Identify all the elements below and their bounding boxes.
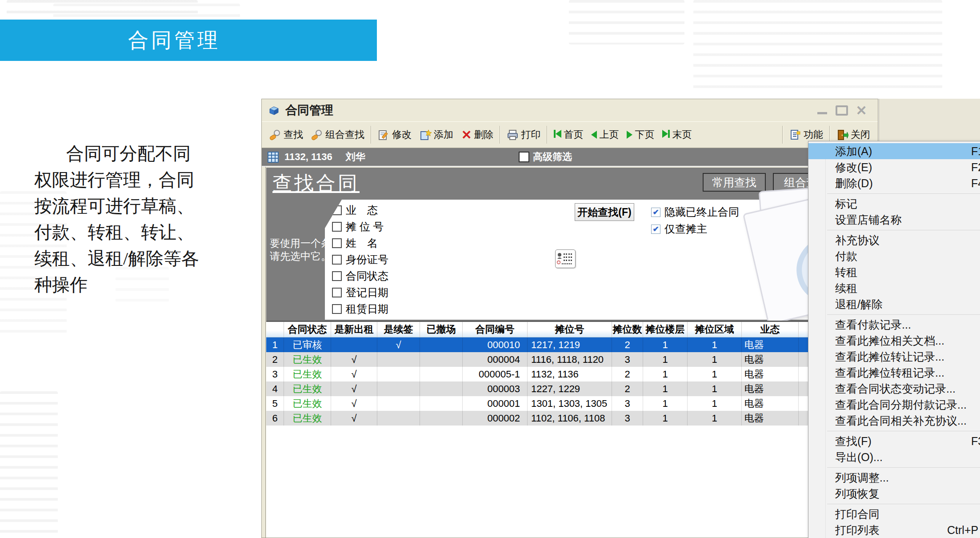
- menu-item-view-payment-records[interactable]: 查看付款记录...: [808, 317, 980, 333]
- checkbox-unchecked: [332, 255, 342, 265]
- modify-button[interactable]: 修改: [374, 124, 416, 145]
- last-page-button[interactable]: 末页: [658, 124, 696, 145]
- menu-item-renew-lease[interactable]: 续租: [808, 280, 980, 296]
- id-card-reader-button[interactable]: [555, 249, 576, 268]
- table-row[interactable]: 5 已生效 √ 000001 1301, 1303, 1305 3 1 1 电器: [266, 396, 875, 411]
- menu-separator: [808, 228, 980, 232]
- advanced-filter-checkbox[interactable]: 高级筛选: [519, 150, 572, 164]
- criterion-lease-date[interactable]: 租赁日期: [332, 302, 388, 316]
- app-window: 合同管理 ✕ 查找 组合查找: [261, 99, 878, 538]
- description-line: 续租、退租/解除等各: [34, 245, 265, 272]
- prev-page-button[interactable]: 上页: [587, 124, 623, 145]
- window-icon: [268, 104, 280, 116]
- query-heading: 查找合同: [272, 170, 360, 197]
- menu-item-view-supplement-agreements[interactable]: 查看此合同相关补充协议...: [808, 413, 980, 429]
- col-header-contract-no[interactable]: 合同编号: [463, 322, 528, 337]
- menu-item-payment[interactable]: 付款: [808, 248, 980, 264]
- description-line: 付款、转租、转让、: [34, 219, 265, 245]
- col-header-rownum[interactable]: [266, 322, 284, 337]
- table-row[interactable]: 6 已生效 √ 000002 1102, 1106, 1108 3 1 1 电器: [266, 411, 875, 426]
- menu-item-set-shop-name[interactable]: 设置店铺名称: [808, 212, 980, 228]
- menu-item-column-adjust[interactable]: 列项调整...: [808, 470, 980, 486]
- menu-item-print-contract[interactable]: 打印合同: [808, 506, 980, 522]
- owner-only-checkbox[interactable]: 仅查摊主: [651, 222, 707, 236]
- checkbox-unchecked: [332, 304, 342, 314]
- delete-button[interactable]: ✕ 删除: [457, 124, 497, 145]
- checkbox-checked: [651, 208, 660, 217]
- table-body: 1 已审核 √ 000010 1217, 1219 2 1 1 电器 2 已生效…: [266, 337, 875, 426]
- prev-page-icon: [591, 131, 597, 139]
- window-title: 合同管理: [285, 102, 333, 118]
- edit-icon: [378, 129, 390, 141]
- window-left-edge: [265, 148, 266, 538]
- col-header-zone[interactable]: 摊位区域: [688, 322, 742, 337]
- menu-item-modify[interactable]: 修改(E) F2: [808, 159, 980, 175]
- checkbox-unchecked: [519, 152, 529, 162]
- criterion-id-number[interactable]: 身份证号: [332, 253, 388, 267]
- delete-x-icon: ✕: [461, 129, 472, 141]
- minimize-button[interactable]: [816, 104, 829, 116]
- menu-item-view-stall-documents[interactable]: 查看此摊位相关文档...: [808, 333, 980, 349]
- menu-item-sublet[interactable]: 转租: [808, 264, 980, 280]
- col-header-vacated[interactable]: 已撤场: [420, 322, 463, 337]
- toolbar-separator: [500, 126, 500, 144]
- col-header-business[interactable]: 业态: [742, 322, 799, 337]
- table-empty-area: [266, 426, 876, 538]
- table-row[interactable]: 1 已审核 √ 000010 1217, 1219 2 1 1 电器: [266, 337, 875, 352]
- col-header-status[interactable]: 合同状态: [284, 322, 331, 337]
- menu-item-column-restore[interactable]: 列项恢复: [808, 486, 980, 502]
- menu-separator: [808, 191, 980, 196]
- menu-item-view-installment-records[interactable]: 查看此合同分期付款记录...: [808, 397, 980, 413]
- exit-door-icon: [836, 129, 848, 141]
- menu-item-export[interactable]: 导出(O)...: [808, 449, 980, 465]
- menu-separator: [808, 465, 980, 470]
- menu-item-find[interactable]: 查找(F) F3: [808, 433, 980, 449]
- criterion-business-type[interactable]: 业 态: [332, 203, 378, 217]
- table-row[interactable]: 2 已生效 √ 000004 1116, 1118, 1120 3 1 1 电器: [266, 352, 875, 367]
- print-button[interactable]: 打印: [503, 124, 544, 145]
- criterion-stall-number[interactable]: 摊 位 号: [332, 220, 384, 234]
- table-row[interactable]: 4 已生效 √ 000003 1227, 1229 2 1 1 电器: [266, 381, 875, 396]
- hide-terminated-checkbox[interactable]: 隐藏已终止合同: [651, 205, 739, 219]
- last-page-icon: [662, 129, 670, 141]
- close-button[interactable]: ✕: [855, 104, 868, 116]
- menu-item-mark[interactable]: 标记: [808, 196, 980, 212]
- menu-item-delete[interactable]: 删除(D) F4: [808, 175, 980, 191]
- menu-item-view-transfer-records[interactable]: 查看此摊位转让记录...: [808, 349, 980, 365]
- maximize-button[interactable]: [835, 104, 848, 116]
- col-header-stall-count[interactable]: 摊位数: [612, 322, 643, 337]
- window-titlebar: 合同管理 ✕: [262, 99, 878, 121]
- col-header-new-rent[interactable]: 是新出租: [331, 322, 377, 337]
- col-header-renewal[interactable]: 是续签: [377, 322, 420, 337]
- checkbox-unchecked: [332, 288, 342, 297]
- checkbox-unchecked: [332, 238, 342, 248]
- query-panel: 查找合同 常用查找 组合查找 要使用一个条件项， 请先选中它。 业 态 摊 位 …: [266, 168, 876, 321]
- menu-item-view-sublet-records[interactable]: 查看此摊位转租记录...: [808, 365, 980, 381]
- table-row[interactable]: 3 已生效 √ 000005-1 1132, 1136 2 1 1 电器: [266, 367, 875, 381]
- clipboard-icon: [789, 129, 801, 141]
- first-page-button[interactable]: 首页: [550, 124, 587, 145]
- menu-item-add[interactable]: 添加(A) F1: [808, 143, 980, 159]
- background-pattern: [569, 0, 684, 44]
- next-page-icon: [627, 131, 632, 139]
- next-page-button[interactable]: 下页: [623, 124, 658, 145]
- col-header-stall-no[interactable]: 摊位号: [528, 322, 612, 337]
- menu-item-supplement-agreement[interactable]: 补充协议: [808, 232, 980, 248]
- toolbar-separator: [782, 126, 783, 144]
- criterion-name[interactable]: 姓 名: [332, 236, 378, 250]
- add-button[interactable]: 添加: [416, 124, 457, 145]
- col-header-floor[interactable]: 摊位楼层: [643, 322, 688, 337]
- criterion-register-date[interactable]: 登记日期: [332, 285, 388, 300]
- background-pattern: [693, 0, 942, 93]
- combo-find-button[interactable]: 组合查找: [307, 124, 368, 145]
- menu-item-view-status-changes[interactable]: 查看合同状态变动记录...: [808, 381, 980, 397]
- find-button[interactable]: 查找: [265, 124, 307, 145]
- start-search-button[interactable]: 开始查找(F): [575, 203, 634, 221]
- table-header: 合同状态 是新出租 是续签 已撤场 合同编号 摊位号 摊位数 摊位楼层 摊位区域…: [266, 322, 875, 337]
- description-line: 合同可分配不同: [34, 141, 265, 167]
- menu-item-print-list[interactable]: 打印列表 Ctrl+P: [808, 522, 980, 538]
- menu-item-terminate-lease[interactable]: 退租/解除: [808, 296, 980, 312]
- common-search-button[interactable]: 常用查找: [703, 173, 766, 192]
- criterion-contract-status[interactable]: 合同状态: [332, 269, 388, 283]
- table-grid-icon: [267, 151, 279, 163]
